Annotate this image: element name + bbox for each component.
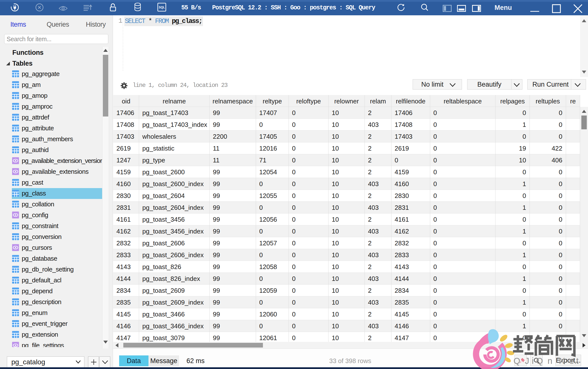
- svg-text:SQL: SQL: [159, 6, 165, 9]
